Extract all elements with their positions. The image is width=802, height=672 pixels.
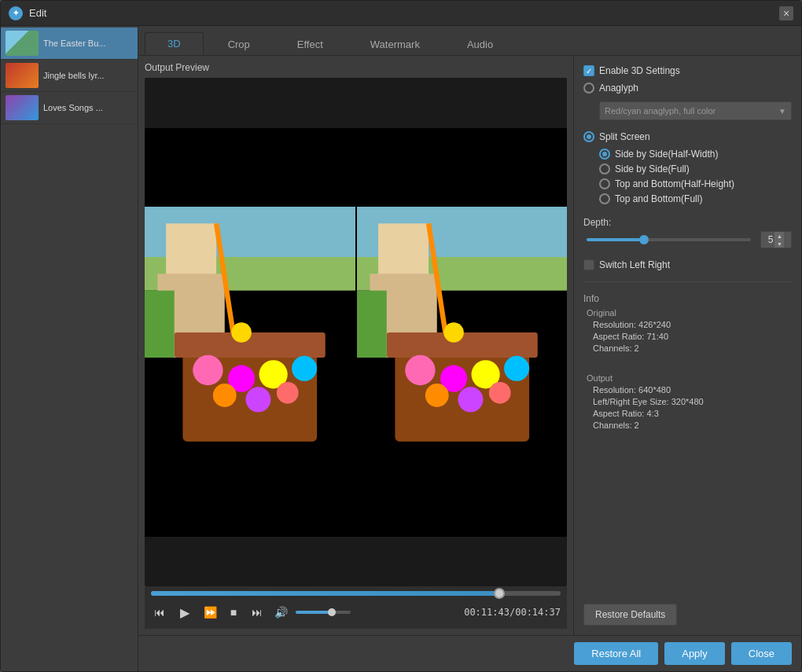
resolution-output: Resolution: 640*480: [593, 385, 792, 395]
side-by-side-full-radio[interactable]: [599, 163, 610, 174]
side-by-side-full-row: Side by Side(Full): [599, 163, 792, 174]
aspect-original: Aspect Ratio: 71:40: [593, 332, 792, 341]
preview-area: Output Preview: [138, 56, 573, 635]
sidebar-item-1[interactable]: Jingle bells lyr...: [1, 60, 138, 92]
video-top-black: [145, 128, 567, 207]
anaglyph-dropdown-value: Red/cyan anaglyph, full color: [605, 106, 716, 116]
svg-point-27: [458, 387, 483, 412]
svg-point-10: [213, 384, 237, 407]
split-screen-radio[interactable]: [583, 131, 594, 142]
top-bottom-full-row: Top and Bottom(Full): [599, 193, 792, 204]
depth-value: 5: [768, 234, 774, 245]
output-preview-label: Output Preview: [145, 62, 567, 73]
volume-thumb[interactable]: [328, 608, 336, 616]
svg-point-11: [245, 387, 270, 412]
fast-forward-button[interactable]: ⏩: [201, 604, 219, 621]
tab-crop[interactable]: Crop: [205, 33, 273, 55]
side-by-side-half-radio[interactable]: [599, 149, 610, 160]
close-button[interactable]: Close: [731, 642, 792, 665]
restore-all-button[interactable]: Restore All: [574, 642, 658, 665]
tab-effect[interactable]: Effect: [274, 33, 346, 55]
sidebar-item-0[interactable]: The Easter Bu...: [1, 28, 138, 60]
svg-point-12: [277, 381, 299, 403]
sidebar-thumb-0: [6, 31, 39, 56]
depth-row: 5 ▲ ▼: [583, 231, 792, 248]
restore-defaults-container: Restore Defaults: [583, 594, 792, 626]
depth-increment-button[interactable]: ▲: [774, 232, 784, 240]
channels-output: Channels: 2: [593, 420, 792, 430]
sidebar-thumb-2: [6, 95, 39, 120]
svg-point-14: [231, 322, 252, 343]
sidebar-label-2: Loves Songs ...: [43, 103, 103, 112]
switch-lr-row: Switch Left Right: [583, 259, 792, 270]
sidebar: The Easter Bu... Jingle bells lyr... Lov…: [1, 26, 138, 671]
svg-point-9: [292, 355, 317, 380]
close-window-button[interactable]: ×: [779, 6, 793, 20]
aspect-output: Aspect Ratio: 4:3: [593, 409, 792, 418]
anaglyph-dropdown[interactable]: Red/cyan anaglyph, full color ▼: [599, 101, 792, 120]
depth-decrement-button[interactable]: ▼: [774, 240, 784, 248]
restore-defaults-button[interactable]: Restore Defaults: [583, 604, 677, 626]
right-area: 3D Crop Effect Watermark Audio Output Pr…: [138, 26, 801, 671]
sidebar-label-0: The Easter Bu...: [43, 39, 105, 48]
switch-lr-label: Switch Left Right: [599, 259, 670, 270]
sidebar-item-2[interactable]: Loves Songs ...: [1, 92, 138, 124]
depth-label: Depth:: [583, 217, 792, 228]
video-frame: [145, 207, 567, 458]
svg-point-22: [405, 354, 435, 384]
tab-3d[interactable]: 3D: [145, 32, 204, 55]
dropdown-arrow-icon: ▼: [778, 107, 786, 116]
controls-row: ⏮ ▶ ⏩ ■ ⏭ 🔊 00:11:43/00:14:37: [151, 602, 561, 622]
tabs-bar: 3D Crop Effect Watermark Audio: [138, 26, 801, 56]
volume-track[interactable]: [296, 611, 351, 614]
top-bottom-full-label: Top and Bottom(Full): [615, 193, 702, 204]
skip-forward-button[interactable]: ⏭: [248, 604, 266, 621]
split-screen-label: Split Screen: [599, 131, 650, 142]
svg-point-30: [443, 322, 464, 343]
app-icon: ✦: [9, 6, 23, 20]
skip-back-button[interactable]: ⏮: [151, 604, 168, 621]
split-screen-row: Split Screen: [583, 131, 792, 142]
svg-point-28: [488, 381, 510, 403]
apply-button[interactable]: Apply: [664, 642, 725, 665]
sidebar-label-1: Jingle bells lyr...: [43, 71, 105, 80]
playback-bar: ⏮ ▶ ⏩ ■ ⏭ 🔊 00:11:43/00:14:37: [145, 586, 567, 629]
stop-button[interactable]: ■: [225, 604, 242, 621]
top-bottom-half-radio[interactable]: [599, 178, 610, 189]
progress-track[interactable]: [151, 591, 561, 596]
progress-fill: [151, 591, 499, 596]
enable-3d-label: Enable 3D Settings: [599, 65, 680, 76]
output-info-section: Output Resolution: 640*480 Left/Right Ey…: [583, 373, 792, 430]
depth-section: Depth: 5 ▲ ▼: [583, 217, 792, 248]
tab-watermark[interactable]: Watermark: [348, 33, 443, 55]
original-label: Original: [587, 308, 792, 318]
anaglyph-radio[interactable]: [583, 83, 594, 94]
svg-point-6: [193, 354, 223, 384]
depth-value-box: 5 ▲ ▼: [760, 231, 792, 248]
enable-3d-checkbox[interactable]: [583, 65, 594, 76]
depth-slider-fill: [587, 238, 644, 241]
depth-slider-thumb[interactable]: [639, 235, 649, 244]
side-by-side-half-label: Side by Side(Half-Width): [615, 149, 718, 160]
split-screen-options: Side by Side(Half-Width) Side by Side(Fu…: [599, 149, 792, 204]
info-section: Info Original Resolution: 426*240 Aspect…: [583, 293, 792, 353]
play-button[interactable]: ▶: [175, 602, 195, 622]
video-bottom-black: [145, 458, 567, 537]
divider: [583, 281, 792, 282]
bottom-buttons: Restore All Apply Close: [138, 635, 801, 671]
channels-original: Channels: 2: [593, 343, 792, 353]
top-bottom-half-row: Top and Bottom(Half-Height): [599, 178, 792, 189]
tab-audio[interactable]: Audio: [444, 33, 516, 55]
top-bottom-full-radio[interactable]: [599, 193, 610, 204]
svg-point-25: [504, 355, 529, 380]
progress-thumb[interactable]: [494, 588, 505, 599]
depth-slider[interactable]: [587, 238, 751, 241]
title-bar: ✦ Edit ×: [1, 1, 801, 26]
switch-lr-checkbox[interactable]: [583, 259, 594, 270]
depth-spinners: ▲ ▼: [774, 232, 784, 248]
side-by-side-half-row: Side by Side(Half-Width): [599, 149, 792, 160]
volume-fill: [296, 611, 332, 614]
settings-panel: Enable 3D Settings Anaglyph Red/cyan ana…: [573, 56, 801, 635]
anaglyph-row: Anaglyph: [583, 83, 792, 94]
window-title: Edit: [29, 7, 779, 19]
